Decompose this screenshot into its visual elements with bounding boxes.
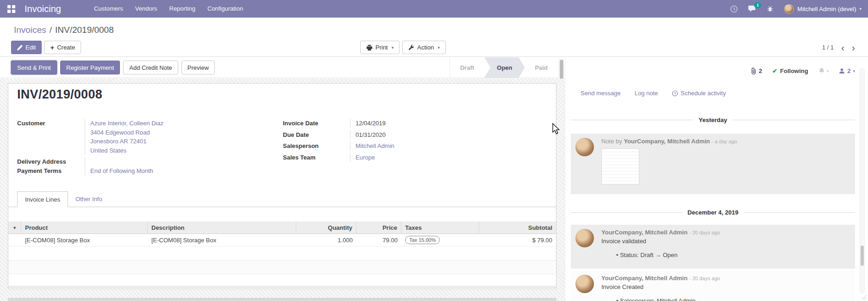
wrench-icon [408,44,414,50]
customer-street-link[interactable]: 3404 Edgewood Road [90,128,221,137]
salesperson-label: Salesperson [283,141,350,151]
pager-value: 1 / 1 [822,44,834,51]
tab-invoice-lines[interactable]: Invoice Lines [17,191,68,207]
scrollbar-thumb[interactable] [861,246,864,266]
divider-label: Yesterday [699,117,727,123]
statusbar-row: Send & Print Register Payment Add Credit… [0,57,565,78]
chatter-scrollbar[interactable] [860,68,865,294]
chatter-note-message: Note by YourCompany, Mitchell Admin - a … [571,134,855,194]
header-description[interactable]: Description [148,221,296,233]
scrollbar-thumb[interactable] [560,60,563,80]
message-header: YourCompany, Mitchell Admin - 20 days ag… [601,229,850,236]
sales-team-link[interactable]: Europe [356,153,542,162]
following-button[interactable]: ✔ Following [772,68,808,74]
breadcrumb-invoices-link[interactable]: Invoices [14,25,46,35]
nav-vendors[interactable]: Vendors [129,0,163,18]
payment-terms-link[interactable]: End of Following Month [90,166,221,176]
empty-table-row [8,261,556,274]
sales-team-label: Sales Team [283,153,350,162]
attachments-button[interactable]: 2 [750,68,762,74]
divider-label: December 4, 2019 [687,209,738,216]
header-taxes[interactable]: Taxes [401,221,479,233]
chatter-toolbar: 2 ✔ Following ▾ 2 ▾ [750,68,855,74]
activities-clock-icon[interactable] [728,5,740,13]
message-time: - a day ago [712,139,737,144]
sales-team-value: Europe [350,153,542,162]
log-note-link[interactable]: Log note [635,90,658,97]
table-header-row: ▾ Product Description Quantity Price Tax… [8,221,556,234]
chevron-down-icon: ▾ [827,69,829,74]
nav-configuration[interactable]: Configuration [201,0,249,18]
customer-name-link[interactable]: Azure Interior, Colleen Diaz [90,119,221,128]
register-payment-button[interactable]: Register Payment [60,61,120,74]
tax-badge: Tax 15.00% [405,236,440,244]
header-subtotal[interactable]: Subtotal [479,221,556,233]
pager-next-icon[interactable]: › [852,41,855,54]
invoice-number-title: INV/2019/0008 [17,87,102,102]
customer-field: Customer Azure Interior, Colleen Diaz 34… [17,119,221,155]
followers-button[interactable]: 2 ▾ [839,68,855,74]
nav-reporting[interactable]: Reporting [163,0,201,18]
edit-button[interactable]: Edit [11,41,42,54]
record-buttons: Edit + Create [11,41,81,54]
empty-table-row [8,246,556,261]
message-time: - 20 days ago [689,276,720,281]
preview-button[interactable]: Preview [181,61,215,74]
chatter-panel: 2 ✔ Following ▾ 2 ▾ Send message Log not… [565,57,868,301]
add-credit-note-button[interactable]: Add Credit Note [123,61,178,74]
pager: 1 / 1 ‹ › [822,41,855,54]
tab-other-info[interactable]: Other Info [68,191,110,207]
debug-bug-icon[interactable] [764,5,776,12]
message-author[interactable]: YourCompany, Mitchell Admin [601,229,687,236]
salesperson-link[interactable]: Mitchell Admin [356,141,542,151]
message-tracking-value: Salesperson: Mitchell Admin [616,297,850,301]
messages-icon[interactable]: 1 [746,5,759,12]
header-price[interactable]: Price [356,221,401,233]
schedule-activity-link[interactable]: Schedule activity [672,90,726,97]
customer-country-link[interactable]: United States [90,146,221,155]
action-button[interactable]: Action ▾ [402,41,446,54]
plus-icon: + [50,44,54,51]
apps-menu-icon[interactable] [7,5,15,13]
message-header: YourCompany, Mitchell Admin - 20 days ag… [601,275,850,282]
printer-icon [366,44,373,51]
message-author[interactable]: YourCompany, Mitchell Admin [624,138,710,145]
message-author[interactable]: YourCompany, Mitchell Admin [601,275,687,282]
delivery-address-label: Delivery Address [17,157,85,166]
date-divider: December 4, 2019 [571,209,855,216]
due-date-label: Due Date [283,130,350,140]
notifications-bell-button[interactable]: ▾ [818,68,829,74]
header-product[interactable]: Product [21,221,148,233]
chevron-down-icon: ▾ [392,45,394,50]
action-buttons: Print ▾ Action ▾ [360,41,446,54]
status-paid[interactable]: Paid [525,57,558,78]
sort-caret-icon[interactable]: ▾ [13,225,16,230]
attachment-thumbnail[interactable] [601,148,639,184]
payment-terms-value: End of Following Month [85,166,221,176]
create-button[interactable]: + Create [44,41,81,54]
status-open[interactable]: Open [484,57,525,78]
cell-taxes: Tax 15.00% [401,234,479,246]
resize-handle[interactable] [861,294,867,300]
print-button[interactable]: Print ▾ [360,41,400,54]
user-menu[interactable]: Mitchell Admin (devel) ▾ [781,4,862,14]
customer-city-link[interactable]: Jonesboro AR 72401 [90,137,221,146]
navbar-systray: 1 Mitchell Admin (devel) ▾ [728,4,862,14]
nav-customers[interactable]: Customers [88,0,129,18]
avatar[interactable] [575,229,594,247]
send-print-button[interactable]: Send & Print [11,61,57,74]
notebook-tabs: Invoice Lines Other Info [8,191,556,207]
status-draft[interactable]: Draft [450,57,484,78]
send-message-link[interactable]: Send message [581,90,621,97]
app-brand[interactable]: Invoicing [25,4,61,14]
horizontal-scrollbar[interactable] [8,298,556,301]
avatar[interactable] [575,138,594,156]
user-name: Mitchell Admin (devel) [797,6,856,12]
pager-previous-icon[interactable]: ‹ [841,41,844,54]
avatar[interactable] [575,275,594,293]
check-icon: ✔ [772,68,777,74]
invoice-lines-table: ▾ Product Description Quantity Price Tax… [8,221,556,289]
header-quantity[interactable]: Quantity [296,221,356,233]
empty-table-row [8,274,556,286]
table-row[interactable]: [E-COM08] Storage Box [E-COM08] Storage … [8,234,556,246]
